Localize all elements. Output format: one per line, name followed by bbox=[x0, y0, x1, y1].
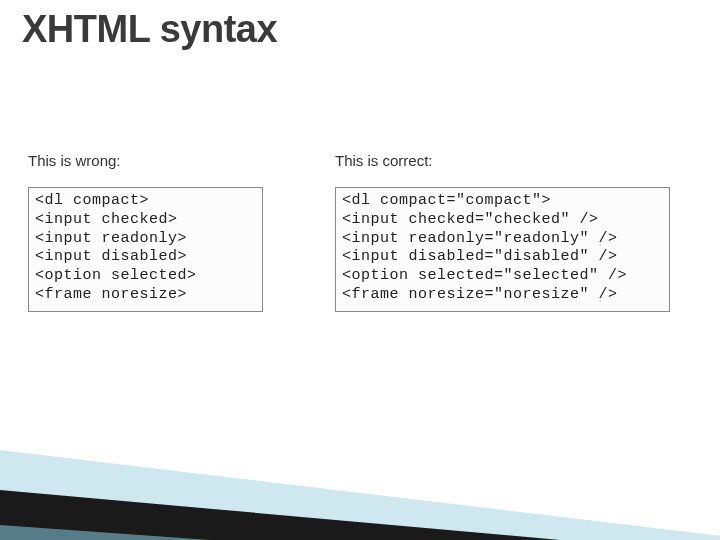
code-line: <frame noresize> bbox=[35, 286, 256, 305]
slide: XHTML syntax This is wrong: <dl compact>… bbox=[0, 0, 720, 540]
correct-code-box: <dl compact="compact"> <input checked="c… bbox=[335, 187, 670, 312]
wrong-column: This is wrong: <dl compact> <input check… bbox=[28, 152, 298, 312]
correct-label: This is correct: bbox=[335, 152, 675, 169]
svg-marker-1 bbox=[0, 490, 720, 540]
code-line: <option selected> bbox=[35, 267, 256, 286]
code-line: <input readonly> bbox=[35, 230, 256, 249]
code-line: <option selected="selected" /> bbox=[342, 267, 663, 286]
svg-marker-2 bbox=[0, 525, 560, 540]
decorative-swoosh bbox=[0, 370, 720, 540]
code-line: <frame noresize="noresize" /> bbox=[342, 286, 663, 305]
code-line: <input disabled="disabled" /> bbox=[342, 248, 663, 267]
svg-marker-0 bbox=[0, 450, 720, 540]
code-line: <input checked="checked" /> bbox=[342, 211, 663, 230]
wrong-label: This is wrong: bbox=[28, 152, 298, 169]
page-title: XHTML syntax bbox=[22, 8, 277, 51]
wrong-code-box: <dl compact> <input checked> <input read… bbox=[28, 187, 263, 312]
code-line: <dl compact> bbox=[35, 192, 256, 211]
code-line: <input disabled> bbox=[35, 248, 256, 267]
correct-column: This is correct: <dl compact="compact"> … bbox=[335, 152, 675, 312]
code-line: <dl compact="compact"> bbox=[342, 192, 663, 211]
code-line: <input readonly="readonly" /> bbox=[342, 230, 663, 249]
code-line: <input checked> bbox=[35, 211, 256, 230]
